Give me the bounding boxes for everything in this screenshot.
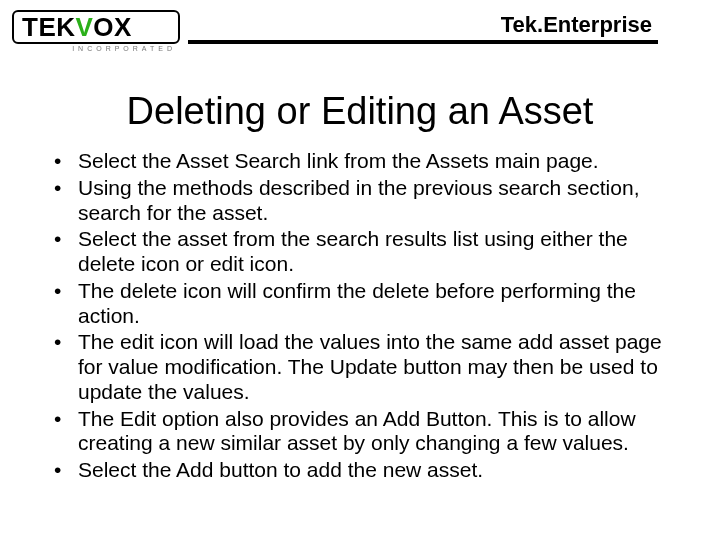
logo-text-ox: OX <box>93 14 132 40</box>
page-title: Deleting or Editing an Asset <box>0 90 720 133</box>
product-name: Tek.Enterprise <box>501 12 652 38</box>
list-item: The edit icon will load the values into … <box>48 330 672 404</box>
slide: TEKVOX INCORPORATED Tek.Enterprise Delet… <box>0 0 720 540</box>
logo-main: TEKVOX <box>12 10 180 44</box>
header-rule <box>188 40 658 44</box>
bullet-list: Select the Asset Search link from the As… <box>48 149 672 483</box>
header: TEKVOX INCORPORATED Tek.Enterprise <box>0 0 720 60</box>
list-item: Using the methods described in the previ… <box>48 176 672 226</box>
logo-subtext: INCORPORATED <box>12 45 180 52</box>
logo: TEKVOX INCORPORATED <box>12 10 180 52</box>
logo-text-tek: TEK <box>22 14 76 40</box>
list-item: Select the Add button to add the new ass… <box>48 458 672 483</box>
list-item: Select the Asset Search link from the As… <box>48 149 672 174</box>
list-item: Select the asset from the search results… <box>48 227 672 277</box>
list-item: The delete icon will confirm the delete … <box>48 279 672 329</box>
list-item: The Edit option also provides an Add But… <box>48 407 672 457</box>
content: Select the Asset Search link from the As… <box>0 149 720 483</box>
logo-text-v: V <box>76 14 94 40</box>
